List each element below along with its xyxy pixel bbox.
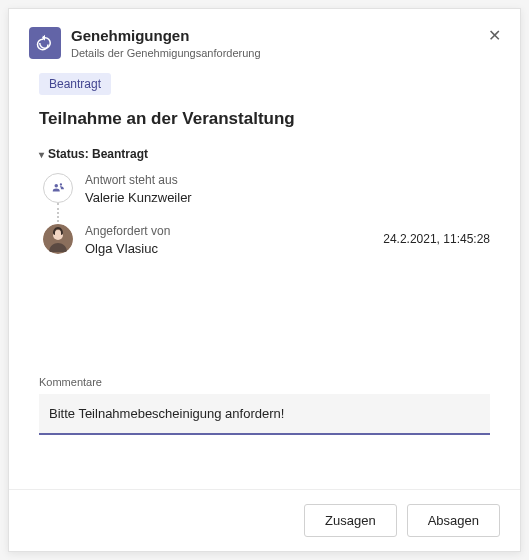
comments-label: Kommentare bbox=[39, 376, 490, 388]
header-title: Genehmigungen bbox=[71, 27, 500, 45]
dialog-header: Genehmigungen Details der Genehmigungsan… bbox=[9, 9, 520, 69]
chevron-down-icon: ▾ bbox=[39, 149, 44, 160]
avatar bbox=[43, 224, 73, 254]
timeline-label: Angefordert von bbox=[85, 224, 170, 240]
pending-icon bbox=[43, 173, 73, 203]
dialog-footer: Zusagen Absagen bbox=[9, 489, 520, 551]
dialog-content: Beantragt Teilnahme an der Veranstaltung… bbox=[9, 69, 520, 489]
timeline-label: Antwort steht aus bbox=[85, 173, 192, 189]
status-toggle[interactable]: ▾ Status: Beantragt bbox=[39, 147, 490, 161]
timeline-timestamp: 24.2.2021, 11:45:28 bbox=[383, 224, 490, 246]
close-button[interactable]: ✕ bbox=[482, 23, 506, 47]
status-value: Beantragt bbox=[92, 147, 148, 161]
timeline: Antwort steht aus Valerie Kunzweiler bbox=[43, 173, 490, 266]
timeline-person: Valerie Kunzweiler bbox=[85, 190, 192, 207]
timeline-item-requested: Angefordert von Olga Vlasiuc 24.2.2021, … bbox=[43, 224, 490, 265]
timeline-person: Olga Vlasiuc bbox=[85, 241, 170, 258]
close-icon: ✕ bbox=[488, 26, 501, 45]
approval-dialog: Genehmigungen Details der Genehmigungsan… bbox=[8, 8, 521, 552]
request-title: Teilnahme an der Veranstaltung bbox=[39, 109, 490, 129]
approvals-app-icon bbox=[29, 27, 61, 59]
comments-input[interactable] bbox=[39, 394, 490, 435]
status-badge: Beantragt bbox=[39, 73, 111, 95]
header-subtitle: Details der Genehmigungsanforderung bbox=[71, 47, 500, 59]
reject-button[interactable]: Absagen bbox=[407, 504, 500, 537]
status-label: Status: bbox=[48, 147, 89, 161]
timeline-connector bbox=[57, 203, 59, 226]
timeline-item-pending: Antwort steht aus Valerie Kunzweiler bbox=[43, 173, 490, 224]
comments-section: Kommentare bbox=[39, 376, 490, 435]
approve-button[interactable]: Zusagen bbox=[304, 504, 397, 537]
header-text: Genehmigungen Details der Genehmigungsan… bbox=[71, 27, 500, 59]
